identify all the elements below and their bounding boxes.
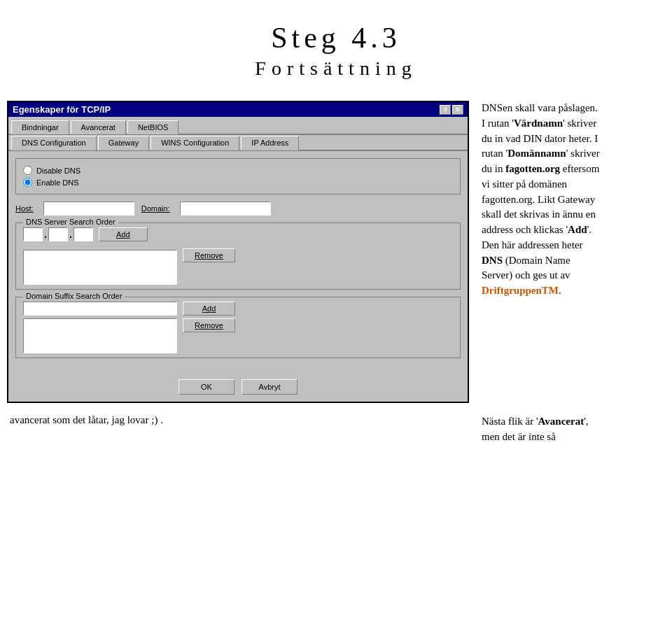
desc-line7: fagotten.org. Likt Gateway bbox=[482, 192, 652, 208]
main-content: Egenskaper för TCP/IP ? ✕ Bindningar Ava… bbox=[0, 101, 672, 403]
bottom-left-text: avancerat som det låtar, jag lovar ;) . bbox=[10, 414, 163, 425]
dot-1: . bbox=[44, 229, 47, 240]
dialog-titlebar: Egenskaper för TCP/IP ? ✕ bbox=[8, 102, 468, 117]
dns-entry-area: . . Add bbox=[23, 227, 453, 285]
bottom-left: avancerat som det låtar, jag lovar ;) . bbox=[7, 414, 469, 445]
titlebar-buttons: ? ✕ bbox=[440, 105, 463, 115]
suffix-listbox[interactable] bbox=[23, 318, 177, 353]
dns-octet-2[interactable] bbox=[48, 227, 68, 241]
suffix-add-button[interactable]: Add bbox=[183, 302, 235, 316]
enable-dns-radio-item[interactable]: Enable DNS bbox=[23, 178, 453, 187]
host-input[interactable] bbox=[43, 202, 134, 215]
dot-2: . bbox=[69, 229, 72, 240]
dns-remove-button[interactable]: Remove bbox=[183, 248, 235, 262]
suffix-buttons: Add Remove bbox=[183, 302, 235, 332]
dns-add-button[interactable]: Add bbox=[99, 227, 148, 241]
desc-line10: Den här addressen heter bbox=[482, 238, 652, 253]
desc-line1: DNSen skall vara påslagen. bbox=[482, 101, 652, 116]
desc-domannamn: Domännamn bbox=[507, 148, 566, 159]
suffix-inputs bbox=[23, 302, 177, 353]
dialog-footer: OK Avbryt bbox=[8, 375, 468, 402]
enable-dns-label: Enable DNS bbox=[36, 178, 79, 187]
desc-line2: I rutan 'Värdnamn' skriver bbox=[482, 116, 652, 132]
dialog-body: Disable DNS Enable DNS Host: Domain: DNS… bbox=[8, 151, 468, 375]
help-button[interactable]: ? bbox=[440, 105, 451, 115]
dns-octet-1[interactable] bbox=[23, 227, 43, 241]
desc-line6: vi sitter på domänen bbox=[482, 177, 652, 192]
desc-dns: DNS bbox=[482, 255, 503, 266]
bottom-right-line2: men det är inte så bbox=[482, 431, 556, 442]
tab-dns-configuration[interactable]: DNS Configuration bbox=[11, 136, 97, 150]
host-domain-row: Host: Domain: bbox=[15, 202, 461, 215]
suffix-label: Domain Suffix Search Order bbox=[23, 292, 125, 300]
desc-line4: rutan 'Domännamn' skriver bbox=[482, 146, 652, 162]
bottom-avancerat: Avancerat bbox=[538, 416, 584, 427]
enable-dns-radio[interactable] bbox=[23, 178, 32, 187]
suffix-entry-area: Add Remove bbox=[23, 302, 453, 353]
suffix-text-input[interactable] bbox=[23, 302, 177, 316]
disable-dns-label: Disable DNS bbox=[36, 167, 80, 175]
tab-row-1: Bindningar Avancerat NetBIOS bbox=[8, 117, 468, 135]
dns-octet-inputs: . . bbox=[23, 227, 93, 241]
bottom-right: Nästa flik är 'Avancerat', men det är in… bbox=[469, 414, 665, 445]
tab-avancerat[interactable]: Avancerat bbox=[71, 120, 126, 134]
desc-line9: address och klickas 'Add'. bbox=[482, 222, 652, 238]
cancel-button[interactable]: Avbryt bbox=[241, 379, 298, 395]
domain-input[interactable] bbox=[180, 202, 271, 215]
domain-label: Domain: bbox=[141, 204, 170, 213]
dialog-title: Egenskaper för TCP/IP bbox=[13, 104, 440, 115]
description-panel: DNSen skall vara påslagen. I rutan 'Värd… bbox=[469, 101, 665, 403]
domain-suffix-section: Domain Suffix Search Order Add Remove bbox=[15, 297, 461, 358]
dns-remove-buttons: Remove bbox=[183, 248, 235, 262]
dialog-window: Egenskaper för TCP/IP ? ✕ Bindningar Ava… bbox=[7, 101, 469, 403]
dns-radio-group: Disable DNS Enable DNS bbox=[15, 158, 461, 195]
desc-line5: du in fagotten.org eftersom bbox=[482, 162, 652, 177]
desc-line3: du in vad DIN dator heter. I bbox=[482, 132, 652, 147]
desc-line8: skall det skrivas in ännu en bbox=[482, 207, 652, 222]
desc-driftgruppen: DriftgruppenTM bbox=[482, 285, 559, 296]
host-label: Host: bbox=[15, 204, 34, 213]
dns-search-label: DNS Server Search Order bbox=[23, 218, 118, 226]
dns-server-section: DNS Server Search Order . . bbox=[15, 222, 461, 290]
ok-button[interactable]: OK bbox=[178, 379, 234, 395]
dns-octet-3[interactable] bbox=[74, 227, 93, 241]
tab-row-2: DNS Configuration Gateway WINS Configura… bbox=[8, 135, 468, 151]
page-title-area: Steg 4.3 Fortsättning bbox=[0, 0, 672, 94]
tab-ip-address[interactable]: IP Address bbox=[241, 136, 299, 150]
desc-fagotten: fagotten.org bbox=[505, 163, 560, 174]
dns-listbox[interactable] bbox=[23, 250, 177, 285]
tab-gateway[interactable]: Gateway bbox=[98, 136, 149, 150]
close-button[interactable]: ✕ bbox=[452, 105, 463, 115]
disable-dns-radio[interactable] bbox=[23, 166, 32, 175]
desc-add: Add bbox=[568, 224, 587, 235]
tab-netbios[interactable]: NetBIOS bbox=[127, 120, 178, 134]
desc-line11: DNS (Domain Name bbox=[482, 253, 652, 269]
tab-bindningar[interactable]: Bindningar bbox=[11, 120, 69, 134]
page-title-line2: Fortsättning bbox=[0, 57, 672, 80]
bottom-area: avancerat som det låtar, jag lovar ;) . … bbox=[0, 407, 672, 445]
page-title-line1: Steg 4.3 bbox=[0, 21, 672, 55]
suffix-remove-button[interactable]: Remove bbox=[183, 318, 235, 332]
disable-dns-radio-item[interactable]: Disable DNS bbox=[23, 166, 453, 175]
desc-line13: DriftgruppenTM. bbox=[482, 283, 652, 299]
dns-octet-row: . . Add bbox=[23, 227, 235, 241]
desc-vardnamn: Värdnamn bbox=[514, 118, 563, 129]
tab-wins-configuration[interactable]: WINS Configuration bbox=[150, 136, 239, 150]
dns-buttons: Add bbox=[99, 227, 148, 241]
desc-line12: Server) och ges ut av bbox=[482, 268, 652, 283]
